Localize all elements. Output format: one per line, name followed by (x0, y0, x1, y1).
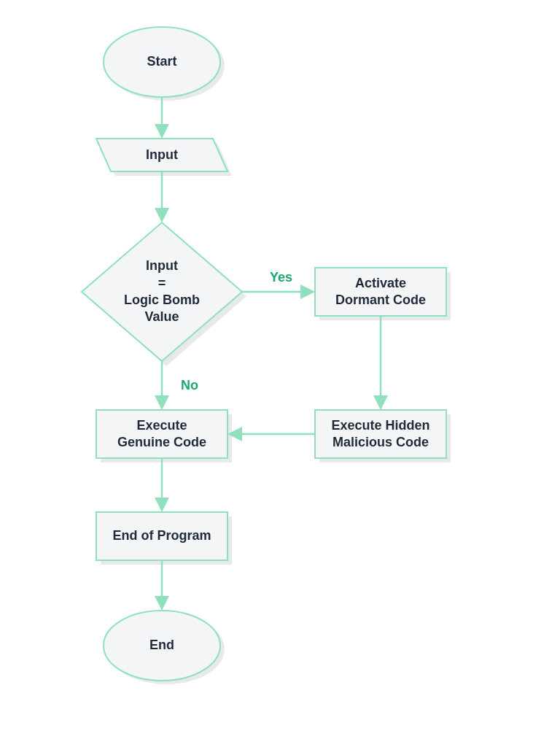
edge-label-no: No (181, 378, 198, 393)
activate-label: Activate Dormant Code (315, 268, 446, 316)
decision-label: Input = Logic Bomb Value (96, 248, 228, 336)
endprog-label: End of Program (96, 512, 228, 560)
edge-label-yes: Yes (270, 270, 292, 285)
genuine-label: Execute Genuine Code (96, 410, 228, 458)
hidden-label: Execute Hidden Malicious Code (315, 410, 446, 458)
flowchart-canvas (0, 0, 560, 747)
end-label: End (104, 628, 220, 663)
input-label: Input (104, 139, 220, 171)
start-label: Start (104, 44, 220, 80)
